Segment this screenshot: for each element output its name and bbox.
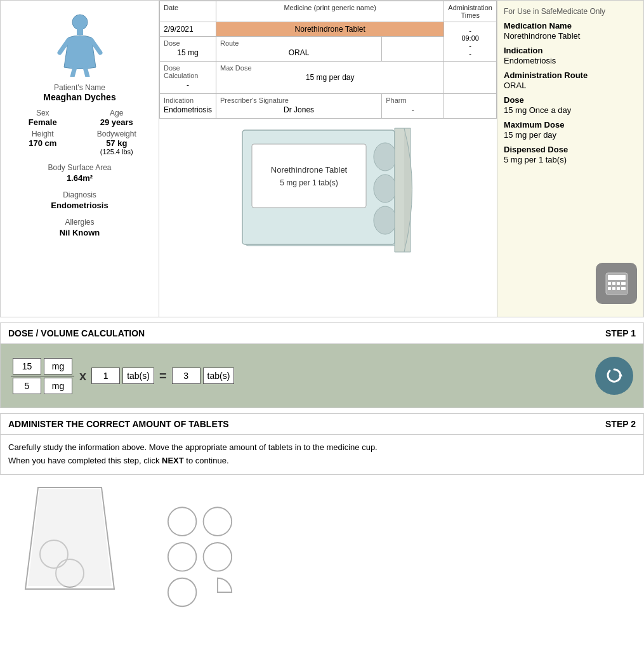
multiply-operator: x xyxy=(79,369,86,383)
result-unit: tab(s) xyxy=(203,368,235,384)
indication-info-value: Endometriosis xyxy=(504,56,637,65)
equals-operator: = xyxy=(159,369,167,383)
step2-next-bold: NEXT xyxy=(162,456,184,465)
step2-section: ADMINISTER THE CORRECT AMOUNT OF TABLETS… xyxy=(0,413,644,475)
admin-route-value: ORAL xyxy=(504,81,637,90)
bsa-label: Body Surface Area xyxy=(7,163,152,172)
bodyweight-label: Bodyweight xyxy=(81,129,153,138)
calc-area: 15 mg 5 mg x 1 tab(s) = 3 tab(s) xyxy=(1,344,643,408)
dose-fraction: 15 mg 5 mg xyxy=(11,358,74,394)
patient-figure xyxy=(55,13,105,77)
step1-title: DOSE / VOLUME CALCULATION xyxy=(8,328,145,338)
bodyweight-value: 57 kg xyxy=(81,138,153,148)
dispensed-dose-label: Dispensed Dose xyxy=(504,145,637,154)
svg-rect-8 xyxy=(252,144,366,208)
svg-point-11 xyxy=(374,143,397,171)
max-dose-info-value: 15 mg per day xyxy=(504,130,637,140)
numerator-dose: 15 xyxy=(13,358,41,375)
patient-name: Meaghan Dyches xyxy=(7,92,152,102)
svg-point-0 xyxy=(72,15,88,30)
svg-point-28 xyxy=(204,507,232,536)
step2-instruction2: When you have completed this step, click… xyxy=(8,454,636,468)
col-medicine: Medicine (print generic name) xyxy=(216,1,444,22)
mar-dash1: - xyxy=(448,27,492,34)
denominator-unit: mg xyxy=(44,378,72,394)
allergies-label: Allergies xyxy=(7,218,152,227)
step2-instruction2-prefix: When you have completed this step, click xyxy=(8,456,162,465)
svg-rect-15 xyxy=(608,275,626,280)
svg-rect-17 xyxy=(612,282,615,285)
indication-label: Indication xyxy=(164,96,212,104)
step2-label: STEP 2 xyxy=(605,419,636,429)
max-dose-info-label: Maximum Dose xyxy=(504,120,637,129)
calculator-button[interactable] xyxy=(596,263,637,304)
svg-rect-20 xyxy=(608,287,611,290)
mar-date: 2/9/2021 xyxy=(160,22,216,37)
height-value: 170 cm xyxy=(7,138,79,148)
indication-value: Endometriosis xyxy=(164,104,212,116)
bsa-value: 1.64m² xyxy=(7,173,152,183)
col-admin-times: Administration Times xyxy=(444,1,497,22)
svg-rect-22 xyxy=(617,287,620,290)
info-panel-title: For Use in SafeMedicate Only xyxy=(504,7,637,16)
multiply-num: 1 xyxy=(91,368,120,384)
step2-instruction2-suffix: to continue. xyxy=(184,456,229,465)
max-dose-label: Max Dose xyxy=(220,64,440,72)
bodyweight-lbs: (125.4 lbs) xyxy=(81,148,153,156)
svg-point-13 xyxy=(374,206,397,234)
step1-section: DOSE / VOLUME CALCULATION STEP 1 15 mg 5… xyxy=(0,322,644,408)
denominator-dose: 5 xyxy=(13,378,41,394)
svg-rect-18 xyxy=(617,282,620,285)
age-label: Age xyxy=(81,109,153,117)
svg-text:Norethindrone Tablet: Norethindrone Tablet xyxy=(271,165,348,175)
step2-title: ADMINISTER THE CORRECT AMOUNT OF TABLETS xyxy=(8,419,229,429)
sex-value: Female xyxy=(7,117,79,127)
step2-instruction1: Carefully study the information above. M… xyxy=(8,441,636,454)
dose-label: Dose xyxy=(164,39,212,47)
refresh-button[interactable] xyxy=(595,357,633,395)
col-date: Date xyxy=(160,1,216,22)
mar-medicine-name: Norethindrone Tablet xyxy=(216,22,444,37)
mar-time: 09:00 xyxy=(448,34,492,42)
medicine-cup-area xyxy=(6,481,133,621)
step1-label: STEP 1 xyxy=(605,328,636,338)
patient-name-label: Patient's Name xyxy=(7,83,152,92)
svg-point-30 xyxy=(204,543,232,571)
svg-rect-19 xyxy=(621,282,626,285)
med-name-label: Medication Name xyxy=(504,21,637,30)
svg-rect-21 xyxy=(612,287,615,290)
diagnosis-value: Endometriosis xyxy=(7,201,152,210)
pharm-label: Pharm xyxy=(386,96,440,104)
mar-panel: Date Medicine (print generic name) Admin… xyxy=(159,1,497,317)
max-dose-value: 15 mg per day xyxy=(220,72,440,83)
pharm-value: - xyxy=(386,104,440,116)
patient-panel: Patient's Name Meaghan Dyches Sex Female… xyxy=(1,1,159,317)
dose-value: 15 mg xyxy=(164,47,212,58)
mar-dash2: - xyxy=(448,42,492,50)
result-num: 3 xyxy=(172,368,200,384)
info-panel: For Use in SafeMedicate Only Medication … xyxy=(497,1,643,317)
svg-point-29 xyxy=(168,543,197,571)
dose-info-label: Dose xyxy=(504,95,637,105)
svg-point-12 xyxy=(374,175,397,202)
svg-line-3 xyxy=(72,67,75,77)
prescriber-value: Dr Jones xyxy=(220,104,378,116)
step2-content: Carefully study the information above. M… xyxy=(1,435,643,474)
dose-info-value: 15 mg Once a day xyxy=(504,105,637,115)
age-value: 29 years xyxy=(81,117,153,127)
height-label: Height xyxy=(7,129,79,138)
bottom-area xyxy=(0,475,644,627)
allergies-value: Nil Known xyxy=(7,228,152,237)
route-value: ORAL xyxy=(220,47,378,58)
svg-rect-16 xyxy=(608,282,611,285)
numerator-unit: mg xyxy=(44,358,72,375)
sex-label: Sex xyxy=(7,109,79,117)
mar-dash3: - xyxy=(448,50,492,57)
multiply-unit: tab(s) xyxy=(122,368,154,384)
svg-point-31 xyxy=(168,578,197,606)
svg-line-4 xyxy=(85,67,88,77)
indication-info-label: Indication xyxy=(504,46,637,55)
diagnosis-label: Diagnosis xyxy=(7,190,152,199)
blister-pack: Norethindrone Tablet 5 mg per 1 tab(s) xyxy=(159,119,497,271)
svg-rect-5 xyxy=(77,29,83,35)
